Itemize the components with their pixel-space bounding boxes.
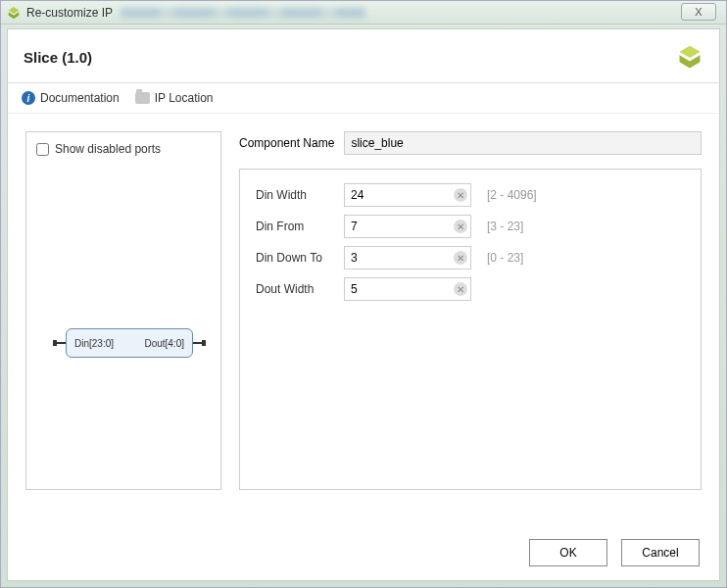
close-button[interactable]: X bbox=[681, 3, 716, 21]
app-icon bbox=[7, 6, 21, 20]
cancel-button[interactable]: Cancel bbox=[621, 539, 700, 566]
documentation-label: Documentation bbox=[40, 91, 120, 105]
show-disabled-ports-label: Show disabled ports bbox=[55, 142, 161, 156]
link-bar: i Documentation IP Location bbox=[8, 83, 719, 114]
din-from-hint: [3 - 23] bbox=[487, 220, 523, 233]
block-diagram: Din[23:0] Dout[4:0] bbox=[66, 328, 193, 358]
din-down-to-input[interactable] bbox=[344, 246, 471, 270]
titlebar: Re-customize IP X bbox=[1, 1, 726, 24]
component-name-label: Component Name bbox=[239, 136, 334, 150]
component-name-input[interactable] bbox=[344, 131, 702, 155]
din-from-row: Din From ✕ [3 - 23] bbox=[256, 215, 685, 238]
dout-width-row: Dout Width ✕ bbox=[256, 277, 685, 301]
ip-location-label: IP Location bbox=[155, 91, 214, 105]
ip-location-link[interactable]: IP Location bbox=[135, 91, 214, 105]
din-width-row: Din Width ✕ [2 - 4096] bbox=[256, 183, 685, 207]
titlebar-blurred-text bbox=[121, 8, 365, 18]
header: Slice (1.0) bbox=[8, 29, 719, 83]
documentation-link[interactable]: i Documentation bbox=[22, 91, 120, 105]
din-down-to-hint: [0 - 23] bbox=[487, 251, 523, 265]
body: Show disabled ports Din[23:0] Dout[4:0] … bbox=[8, 114, 719, 508]
footer: OK Cancel bbox=[529, 539, 700, 566]
din-width-hint: [2 - 4096] bbox=[487, 188, 537, 202]
page-title: Slice (1.0) bbox=[24, 49, 92, 66]
window-title: Re-customize IP bbox=[26, 6, 113, 20]
clear-icon[interactable]: ✕ bbox=[454, 220, 467, 233]
din-from-label: Din From bbox=[256, 220, 334, 233]
show-disabled-ports-checkbox[interactable]: Show disabled ports bbox=[36, 142, 211, 156]
info-icon: i bbox=[22, 91, 35, 105]
component-name-row: Component Name bbox=[239, 131, 702, 155]
config-panel: Component Name Din Width ✕ [2 - 4096] Di… bbox=[239, 131, 702, 490]
dout-pin bbox=[202, 340, 206, 346]
parameters-panel: Din Width ✕ [2 - 4096] Din From ✕ bbox=[239, 169, 702, 490]
clear-icon[interactable]: ✕ bbox=[454, 251, 467, 265]
ports-panel: Show disabled ports Din[23:0] Dout[4:0] bbox=[25, 131, 221, 490]
dialog-window: Re-customize IP X Slice (1.0) i Document… bbox=[0, 0, 727, 588]
dout-port-label: Dout[4:0] bbox=[144, 338, 184, 349]
din-from-input[interactable] bbox=[344, 215, 471, 238]
dout-width-input[interactable] bbox=[344, 277, 471, 301]
close-icon: X bbox=[695, 6, 702, 18]
folder-icon bbox=[135, 92, 150, 104]
clear-icon[interactable]: ✕ bbox=[454, 188, 467, 202]
din-down-to-label: Din Down To bbox=[256, 251, 334, 265]
din-width-label: Din Width bbox=[256, 188, 334, 202]
clear-icon[interactable]: ✕ bbox=[454, 282, 467, 296]
din-pin bbox=[53, 340, 57, 346]
din-down-to-row: Din Down To ✕ [0 - 23] bbox=[256, 246, 685, 270]
ok-button[interactable]: OK bbox=[529, 539, 607, 566]
vendor-logo-icon bbox=[676, 43, 703, 71]
show-disabled-ports-input[interactable] bbox=[36, 143, 49, 156]
din-port-label: Din[23:0] bbox=[74, 338, 114, 349]
dout-width-label: Dout Width bbox=[256, 282, 334, 296]
dialog-content: Slice (1.0) i Documentation IP Location … bbox=[7, 28, 720, 581]
din-width-input[interactable] bbox=[344, 183, 471, 207]
